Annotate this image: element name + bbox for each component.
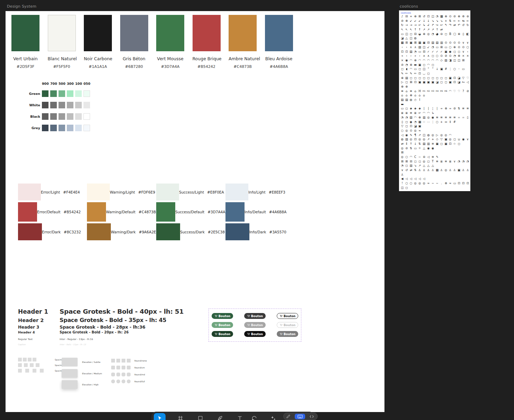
status-swatch[interactable] [87, 223, 111, 240]
palette-tile[interactable]: Vert Urbain#2D5F3F [11, 15, 39, 69]
scale-swatch[interactable] [67, 113, 73, 120]
spacing-square[interactable] [18, 363, 22, 367]
palette-swatch[interactable] [265, 15, 293, 51]
scale-swatch[interactable] [50, 125, 57, 131]
status-swatch[interactable] [156, 202, 175, 222]
palette-swatch[interactable] [156, 15, 184, 51]
palette-swatch[interactable] [229, 15, 257, 51]
palette-tile[interactable]: Rouge Brique#B54242 [193, 15, 221, 69]
palette-swatch[interactable] [120, 15, 148, 51]
palette-tile[interactable]: Ambre Naturel#C4873B [229, 15, 257, 69]
bouton-button[interactable]: Bouton [277, 331, 298, 337]
palette-tile[interactable]: Noir Carbone#1A1A1A [84, 15, 112, 69]
bouton-button[interactable]: Bouton [244, 313, 266, 319]
scale-swatch[interactable] [83, 90, 90, 97]
palette-tile[interactable]: Gris Béton#6B7280 [120, 15, 148, 69]
spacing-square[interactable] [18, 369, 22, 373]
bouton-button[interactable]: Bouton [277, 313, 298, 319]
spacing-square[interactable] [18, 358, 22, 361]
frame-label-design-system[interactable]: Design System [7, 4, 36, 9]
button-component-frame[interactable]: BoutonBoutonBoutonBoutonBoutonBoutonBout… [209, 309, 301, 342]
spacing-square[interactable] [25, 369, 29, 373]
palette-tile[interactable]: Blanc Naturel#F5F5F0 [48, 15, 76, 69]
spacing-square[interactable] [28, 358, 32, 361]
text-tool[interactable] [234, 413, 246, 420]
scale-swatch[interactable] [59, 113, 65, 120]
bouton-button[interactable]: Bouton [244, 331, 266, 337]
scale-swatch[interactable] [67, 102, 73, 108]
scale-swatch[interactable] [42, 102, 48, 108]
round-square[interactable] [116, 373, 120, 376]
round-square[interactable] [111, 359, 115, 363]
status-swatch[interactable] [156, 223, 180, 240]
frame-label-coolicons[interactable]: coolicons [400, 4, 418, 9]
status-swatch[interactable] [18, 202, 37, 222]
status-swatch[interactable] [225, 223, 249, 240]
round-square[interactable] [116, 379, 120, 383]
round-square[interactable] [127, 373, 131, 376]
scale-swatch[interactable] [59, 90, 65, 97]
scale-swatch[interactable] [75, 113, 82, 120]
scale-swatch[interactable] [83, 113, 90, 120]
draw-toggle[interactable] [284, 414, 293, 419]
round-square[interactable] [122, 366, 125, 369]
spacing-square[interactable] [24, 363, 28, 367]
round-square[interactable] [127, 366, 131, 369]
actions-tool[interactable] [267, 413, 279, 420]
scale-swatch[interactable] [50, 102, 57, 108]
status-swatch[interactable] [156, 184, 179, 200]
spacing-square[interactable] [23, 358, 27, 361]
bouton-button[interactable]: Bouton [212, 331, 233, 337]
scale-swatch[interactable] [67, 90, 73, 97]
scale-swatch[interactable] [59, 125, 65, 131]
scale-swatch[interactable] [75, 90, 82, 97]
scale-swatch[interactable] [83, 102, 90, 108]
bouton-button[interactable]: Bouton [244, 322, 266, 328]
spacing-square[interactable] [36, 363, 39, 367]
scale-swatch[interactable] [83, 125, 90, 131]
keyboard-toggle[interactable] [295, 414, 305, 419]
scale-swatch[interactable] [59, 102, 65, 108]
comment-tool[interactable] [248, 413, 260, 420]
scale-swatch[interactable] [67, 125, 73, 131]
elevation-block[interactable]: Elevation / Subtle [62, 358, 78, 366]
spacing-square[interactable] [33, 358, 36, 361]
round-square[interactable] [116, 366, 120, 369]
palette-swatch[interactable] [48, 15, 76, 51]
palette-tile[interactable]: Vert Mousse#3D7A4A [156, 15, 184, 69]
spacing-square[interactable] [30, 363, 34, 367]
pen-tool[interactable] [214, 413, 226, 420]
spacing-square[interactable] [33, 369, 36, 373]
dev-mode-toggle[interactable] [307, 414, 316, 419]
status-swatch[interactable] [225, 202, 245, 222]
spacing-square[interactable] [40, 369, 44, 373]
coolicons-panel[interactable]: coolicons ♪⊟+⊕⊞↺⊡◫◔▦⊕⊙⊘⊕⊛⊚⊘⊗↙↙↙↓↓↘↘↘+⇅←←… [399, 10, 470, 191]
status-swatch[interactable] [87, 202, 106, 222]
status-swatch[interactable] [87, 184, 110, 200]
round-square[interactable] [122, 373, 125, 376]
palette-swatch[interactable] [11, 15, 39, 51]
palette-tile[interactable]: Bleu Ardoise#4A6B8A [265, 15, 293, 69]
status-swatch[interactable] [18, 223, 42, 240]
round-square[interactable] [127, 359, 131, 363]
round-square[interactable] [122, 379, 125, 383]
scale-swatch[interactable] [50, 113, 57, 120]
status-swatch[interactable] [18, 184, 41, 200]
status-swatch[interactable] [225, 184, 248, 200]
scale-swatch[interactable] [75, 102, 82, 108]
scale-swatch[interactable] [50, 90, 57, 97]
palette-swatch[interactable] [84, 15, 112, 51]
scale-swatch[interactable] [42, 90, 48, 97]
move-tool[interactable] [154, 413, 166, 420]
palette-swatch[interactable] [193, 15, 221, 51]
elevation-block[interactable]: Elevation / Medium [62, 369, 78, 378]
round-square[interactable] [122, 359, 125, 363]
frame-tool[interactable] [175, 413, 186, 420]
scale-swatch[interactable] [75, 125, 82, 131]
round-square[interactable] [116, 359, 120, 363]
shape-tool[interactable] [194, 413, 206, 420]
round-square[interactable] [111, 373, 115, 376]
round-square[interactable] [127, 379, 131, 383]
round-square[interactable] [111, 366, 115, 369]
bouton-button[interactable]: Bouton [212, 313, 233, 319]
